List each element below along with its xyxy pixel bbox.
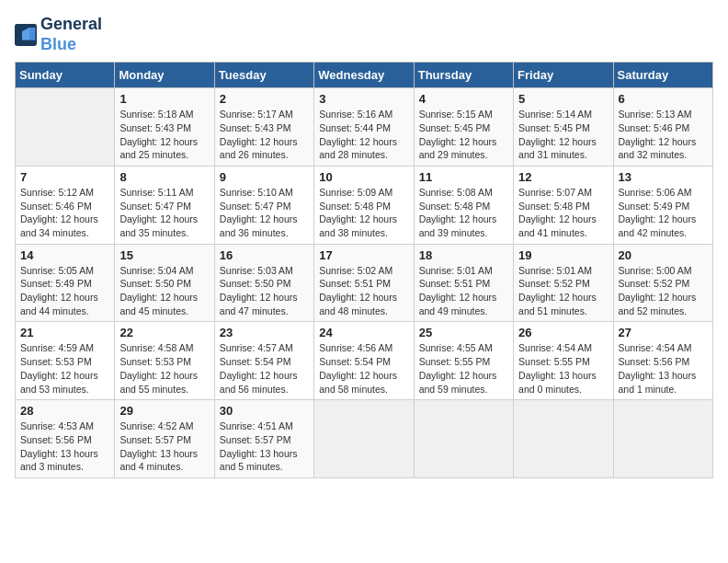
day-info: Sunrise: 5:06 AM Sunset: 5:49 PM Dayligh… bbox=[619, 186, 708, 240]
calendar-cell: 23Sunrise: 4:57 AM Sunset: 5:54 PM Dayli… bbox=[214, 322, 313, 400]
day-number: 27 bbox=[619, 326, 708, 339]
day-info: Sunrise: 5:00 AM Sunset: 5:52 PM Dayligh… bbox=[619, 264, 708, 318]
day-number: 4 bbox=[419, 92, 508, 106]
calendar-week-row: 1Sunrise: 5:18 AM Sunset: 5:43 PM Daylig… bbox=[16, 88, 713, 167]
calendar-cell: 25Sunrise: 4:55 AM Sunset: 5:55 PM Dayli… bbox=[414, 322, 513, 400]
calendar-cell: 11Sunrise: 5:08 AM Sunset: 5:48 PM Dayli… bbox=[414, 166, 513, 244]
calendar-cell: 4Sunrise: 5:15 AM Sunset: 5:45 PM Daylig… bbox=[414, 88, 513, 167]
day-number: 7 bbox=[20, 170, 109, 184]
calendar-week-row: 21Sunrise: 4:59 AM Sunset: 5:53 PM Dayli… bbox=[16, 322, 713, 400]
calendar-body: 1Sunrise: 5:18 AM Sunset: 5:43 PM Daylig… bbox=[16, 88, 713, 478]
day-number: 17 bbox=[319, 248, 408, 262]
calendar-cell bbox=[414, 400, 513, 478]
calendar-cell: 8Sunrise: 5:11 AM Sunset: 5:47 PM Daylig… bbox=[115, 166, 214, 244]
day-number: 25 bbox=[419, 326, 508, 339]
day-number: 9 bbox=[220, 170, 309, 184]
weekday-row: SundayMondayTuesdayWednesdayThursdayFrid… bbox=[16, 63, 713, 88]
day-number: 10 bbox=[319, 170, 408, 184]
day-number: 12 bbox=[518, 170, 608, 184]
day-number: 1 bbox=[119, 92, 209, 106]
weekday-header: Tuesday bbox=[214, 63, 313, 88]
day-info: Sunrise: 5:05 AM Sunset: 5:49 PM Dayligh… bbox=[20, 264, 109, 318]
calendar-cell: 29Sunrise: 4:52 AM Sunset: 5:57 PM Dayli… bbox=[115, 400, 214, 478]
calendar-cell: 16Sunrise: 5:03 AM Sunset: 5:50 PM Dayli… bbox=[214, 244, 313, 322]
day-number: 11 bbox=[419, 170, 508, 184]
day-info: Sunrise: 5:08 AM Sunset: 5:48 PM Dayligh… bbox=[419, 186, 508, 240]
calendar-cell: 26Sunrise: 4:54 AM Sunset: 5:55 PM Dayli… bbox=[514, 322, 613, 400]
calendar-cell: 18Sunrise: 5:01 AM Sunset: 5:51 PM Dayli… bbox=[414, 244, 513, 322]
calendar-week-row: 7Sunrise: 5:12 AM Sunset: 5:46 PM Daylig… bbox=[16, 166, 713, 244]
calendar-cell: 15Sunrise: 5:04 AM Sunset: 5:50 PM Dayli… bbox=[115, 244, 214, 322]
calendar-cell: 13Sunrise: 5:06 AM Sunset: 5:49 PM Dayli… bbox=[613, 166, 712, 244]
logo: General Blue bbox=[15, 15, 102, 54]
day-number: 22 bbox=[119, 326, 209, 339]
page-header: General Blue bbox=[15, 15, 713, 54]
calendar-cell: 21Sunrise: 4:59 AM Sunset: 5:53 PM Dayli… bbox=[16, 322, 115, 400]
calendar-cell: 9Sunrise: 5:10 AM Sunset: 5:47 PM Daylig… bbox=[214, 166, 313, 244]
day-number: 29 bbox=[119, 404, 209, 418]
day-number: 14 bbox=[20, 248, 109, 262]
day-number: 6 bbox=[619, 92, 708, 106]
calendar-cell: 20Sunrise: 5:00 AM Sunset: 5:52 PM Dayli… bbox=[613, 244, 712, 322]
day-info: Sunrise: 5:01 AM Sunset: 5:51 PM Dayligh… bbox=[419, 264, 508, 318]
calendar-cell: 27Sunrise: 4:54 AM Sunset: 5:56 PM Dayli… bbox=[613, 322, 712, 400]
day-number: 16 bbox=[220, 248, 309, 262]
day-info: Sunrise: 4:51 AM Sunset: 5:57 PM Dayligh… bbox=[220, 419, 309, 474]
calendar-week-row: 28Sunrise: 4:53 AM Sunset: 5:56 PM Dayli… bbox=[16, 400, 713, 478]
day-number: 24 bbox=[319, 326, 408, 339]
calendar-cell: 3Sunrise: 5:16 AM Sunset: 5:44 PM Daylig… bbox=[314, 88, 414, 167]
calendar-cell: 5Sunrise: 5:14 AM Sunset: 5:45 PM Daylig… bbox=[514, 88, 613, 167]
day-number: 8 bbox=[119, 170, 209, 184]
day-info: Sunrise: 5:18 AM Sunset: 5:43 PM Dayligh… bbox=[119, 108, 209, 162]
calendar-cell: 6Sunrise: 5:13 AM Sunset: 5:46 PM Daylig… bbox=[613, 88, 712, 167]
calendar-cell: 22Sunrise: 4:58 AM Sunset: 5:53 PM Dayli… bbox=[115, 322, 214, 400]
day-info: Sunrise: 5:03 AM Sunset: 5:50 PM Dayligh… bbox=[220, 264, 309, 318]
day-info: Sunrise: 5:01 AM Sunset: 5:52 PM Dayligh… bbox=[518, 264, 608, 318]
calendar-cell: 19Sunrise: 5:01 AM Sunset: 5:52 PM Dayli… bbox=[514, 244, 613, 322]
calendar-cell: 7Sunrise: 5:12 AM Sunset: 5:46 PM Daylig… bbox=[16, 166, 115, 244]
calendar-cell: 30Sunrise: 4:51 AM Sunset: 5:57 PM Dayli… bbox=[214, 400, 313, 478]
weekday-header: Sunday bbox=[16, 63, 115, 88]
day-number: 23 bbox=[220, 326, 309, 339]
day-number: 3 bbox=[319, 92, 408, 106]
calendar-cell: 10Sunrise: 5:09 AM Sunset: 5:48 PM Dayli… bbox=[314, 166, 414, 244]
day-number: 20 bbox=[619, 248, 708, 262]
day-info: Sunrise: 4:58 AM Sunset: 5:53 PM Dayligh… bbox=[119, 341, 209, 396]
day-info: Sunrise: 5:04 AM Sunset: 5:50 PM Dayligh… bbox=[119, 264, 209, 318]
day-number: 30 bbox=[220, 404, 309, 418]
day-number: 26 bbox=[518, 326, 608, 339]
calendar-cell bbox=[613, 400, 712, 478]
day-info: Sunrise: 5:14 AM Sunset: 5:45 PM Dayligh… bbox=[518, 108, 608, 162]
day-info: Sunrise: 5:13 AM Sunset: 5:46 PM Dayligh… bbox=[619, 108, 708, 162]
day-info: Sunrise: 5:07 AM Sunset: 5:48 PM Dayligh… bbox=[518, 186, 608, 240]
calendar-cell: 2Sunrise: 5:17 AM Sunset: 5:43 PM Daylig… bbox=[214, 88, 313, 167]
day-info: Sunrise: 4:56 AM Sunset: 5:54 PM Dayligh… bbox=[319, 341, 408, 396]
calendar-cell: 17Sunrise: 5:02 AM Sunset: 5:51 PM Dayli… bbox=[314, 244, 414, 322]
calendar-cell: 1Sunrise: 5:18 AM Sunset: 5:43 PM Daylig… bbox=[115, 88, 214, 167]
day-info: Sunrise: 4:57 AM Sunset: 5:54 PM Dayligh… bbox=[220, 341, 309, 396]
logo-line1: General bbox=[40, 15, 102, 35]
day-info: Sunrise: 5:17 AM Sunset: 5:43 PM Dayligh… bbox=[220, 108, 309, 162]
calendar-cell: 24Sunrise: 4:56 AM Sunset: 5:54 PM Dayli… bbox=[314, 322, 414, 400]
day-info: Sunrise: 5:09 AM Sunset: 5:48 PM Dayligh… bbox=[319, 186, 408, 240]
day-info: Sunrise: 4:53 AM Sunset: 5:56 PM Dayligh… bbox=[20, 419, 109, 474]
calendar-cell: 12Sunrise: 5:07 AM Sunset: 5:48 PM Dayli… bbox=[514, 166, 613, 244]
calendar-cell: 28Sunrise: 4:53 AM Sunset: 5:56 PM Dayli… bbox=[16, 400, 115, 478]
day-number: 28 bbox=[20, 404, 109, 418]
logo-icon bbox=[15, 24, 37, 46]
calendar-cell: 14Sunrise: 5:05 AM Sunset: 5:49 PM Dayli… bbox=[16, 244, 115, 322]
calendar-cell bbox=[16, 88, 115, 167]
calendar-table: SundayMondayTuesdayWednesdayThursdayFrid… bbox=[15, 62, 713, 478]
day-number: 13 bbox=[619, 170, 708, 184]
day-number: 18 bbox=[419, 248, 508, 262]
day-info: Sunrise: 4:52 AM Sunset: 5:57 PM Dayligh… bbox=[119, 419, 209, 474]
weekday-header: Thursday bbox=[414, 63, 513, 88]
calendar-week-row: 14Sunrise: 5:05 AM Sunset: 5:49 PM Dayli… bbox=[16, 244, 713, 322]
day-number: 21 bbox=[20, 326, 109, 339]
day-info: Sunrise: 5:11 AM Sunset: 5:47 PM Dayligh… bbox=[119, 186, 209, 240]
calendar-cell bbox=[314, 400, 414, 478]
day-info: Sunrise: 5:10 AM Sunset: 5:47 PM Dayligh… bbox=[220, 186, 309, 240]
day-info: Sunrise: 4:54 AM Sunset: 5:56 PM Dayligh… bbox=[619, 341, 708, 396]
day-number: 5 bbox=[518, 92, 608, 106]
weekday-header: Friday bbox=[514, 63, 613, 88]
